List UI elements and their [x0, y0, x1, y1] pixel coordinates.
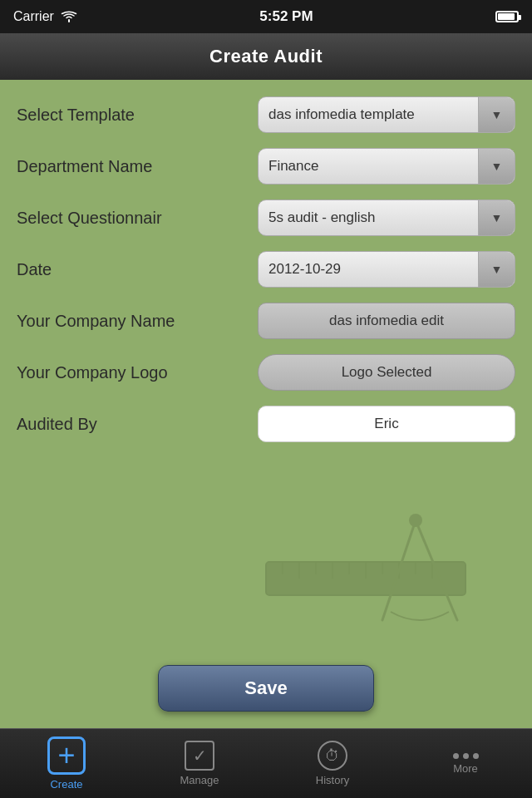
company-name-control: das infomedia edit: [258, 303, 515, 339]
dot-1: [453, 753, 459, 759]
tab-create-label: Create: [50, 778, 82, 791]
tab-manage-label: Manage: [180, 774, 219, 786]
tab-create[interactable]: + Create: [0, 729, 133, 798]
dot-3: [473, 753, 479, 759]
company-name-button[interactable]: das infomedia edit: [258, 303, 515, 339]
dot-2: [463, 753, 469, 759]
template-label: Select Template: [17, 106, 258, 125]
date-dropdown[interactable]: 2012-10-29 ▼: [258, 251, 515, 288]
battery-icon: [495, 11, 519, 22]
department-dropdown[interactable]: Finance ▼: [258, 148, 515, 185]
company-logo-button[interactable]: Logo Selected: [258, 354, 515, 391]
save-label: Save: [244, 677, 287, 699]
carrier-label: Carrier: [13, 9, 54, 24]
date-value: 2012-10-29: [259, 261, 478, 278]
department-row: Department Name Finance ▼: [17, 148, 515, 185]
date-control: 2012-10-29 ▼: [258, 251, 515, 288]
company-name-label: Your Company Name: [17, 312, 258, 331]
tab-manage[interactable]: ✓ Manage: [133, 729, 266, 798]
tab-history-label: History: [316, 774, 349, 786]
more-icon: [453, 753, 479, 759]
page-title: Create Audit: [209, 46, 323, 67]
questionnaire-row: Select Questionnair 5s audit - english ▼: [17, 200, 515, 236]
template-arrow-icon[interactable]: ▼: [478, 96, 515, 133]
template-row: Select Template das infomedia template ▼: [17, 96, 515, 133]
template-value: das infomedia template: [259, 106, 478, 123]
tab-more-label: More: [453, 762, 478, 775]
department-label: Department Name: [17, 157, 258, 176]
status-left: Carrier: [13, 9, 77, 24]
tab-history[interactable]: ⏱ History: [266, 729, 399, 798]
template-control: das infomedia template ▼: [258, 96, 515, 133]
history-icon: ⏱: [318, 741, 347, 771]
status-time: 5:52 PM: [259, 8, 313, 25]
questionnaire-dropdown[interactable]: 5s audit - english ▼: [258, 200, 515, 236]
main-content: Select Template das infomedia template ▼…: [0, 80, 532, 728]
date-label: Date: [17, 260, 258, 279]
wifi-icon: [61, 11, 77, 22]
department-arrow-icon[interactable]: ▼: [478, 148, 515, 185]
department-control: Finance ▼: [258, 148, 515, 185]
save-button-row: Save: [0, 665, 532, 712]
audited-by-control: Eric: [258, 406, 515, 442]
status-right: [495, 11, 519, 22]
ruler-compass-illustration: [249, 495, 515, 662]
date-arrow-icon[interactable]: ▼: [478, 251, 515, 288]
save-button[interactable]: Save: [158, 665, 374, 712]
company-name-row: Your Company Name das infomedia edit: [17, 303, 515, 339]
template-dropdown[interactable]: das infomedia template ▼: [258, 96, 515, 133]
questionnaire-control: 5s audit - english ▼: [258, 200, 515, 236]
audited-by-label: Audited By: [17, 415, 258, 434]
tab-more[interactable]: More: [399, 729, 532, 798]
date-row: Date 2012-10-29 ▼: [17, 251, 515, 288]
department-value: Finance: [259, 158, 478, 175]
questionnaire-arrow-icon[interactable]: ▼: [478, 200, 515, 236]
status-bar: Carrier 5:52 PM: [0, 0, 532, 33]
company-logo-row: Your Company Logo Logo Selected: [17, 354, 515, 391]
create-icon: +: [47, 736, 86, 775]
company-logo-value: Logo Selected: [342, 364, 432, 381]
questionnaire-label: Select Questionnair: [17, 209, 258, 228]
company-logo-control: Logo Selected: [258, 354, 515, 391]
audited-by-value: Eric: [374, 416, 398, 432]
audited-by-input[interactable]: Eric: [258, 406, 515, 442]
questionnaire-value: 5s audit - english: [259, 209, 478, 226]
company-logo-label: Your Company Logo: [17, 363, 258, 382]
tab-bar: + Create ✓ Manage ⏱ History More: [0, 728, 532, 798]
audited-by-row: Audited By Eric: [17, 406, 515, 442]
nav-header: Create Audit: [0, 33, 532, 80]
company-name-value: das infomedia edit: [329, 313, 444, 329]
svg-point-13: [409, 514, 422, 527]
manage-icon: ✓: [185, 741, 214, 771]
